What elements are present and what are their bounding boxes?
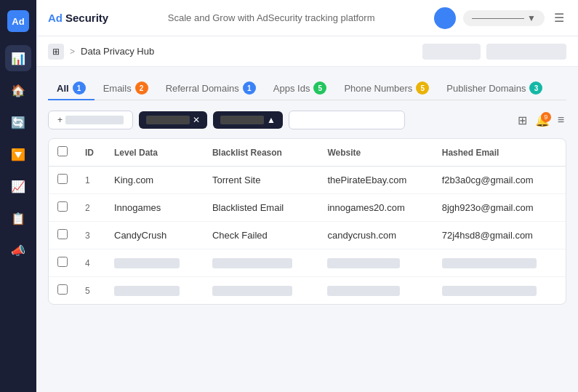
sidebar-item-filter[interactable]: 🔽	[5, 141, 31, 167]
row1-checkbox[interactable]	[57, 174, 68, 184]
subheader-pill-1	[422, 44, 481, 60]
brand: AdSecurity	[48, 12, 108, 24]
sidebar-item-dashboard[interactable]: 📊	[5, 45, 31, 71]
row4-blacklist-reason	[204, 249, 319, 277]
row3-level-data: CandyCrush	[105, 222, 204, 249]
table-row: 2 Innogames Blacklisted Email innogames2…	[49, 194, 566, 222]
tab-all[interactable]: All 1	[48, 77, 95, 100]
tabs-container: All 1 Emails 2 Referral Domains 1 Apps I…	[48, 77, 566, 100]
subheader: ⊞ > Data Privacy Hub	[36, 36, 578, 67]
tab-emails-label: Emails	[103, 83, 132, 94]
row2-id: 2	[76, 194, 105, 222]
table-row: 5	[49, 277, 566, 305]
sort-label	[220, 116, 264, 124]
row2-checkbox[interactable]	[57, 201, 68, 212]
toolbar: + ✕ ▲ 🔍 ⊞ 🔔 9 ≡	[48, 111, 566, 129]
row2-website: innogames20.com	[318, 194, 433, 222]
select-all-checkbox[interactable]	[57, 146, 68, 156]
sidebar-item-analytics[interactable]: 📈	[5, 173, 31, 199]
row5-level-data	[105, 277, 204, 305]
row4-hashed-email	[433, 249, 566, 277]
table-row: 3 CandyCrush Check Failed candycrush.com…	[49, 222, 566, 249]
row3-id: 3	[76, 222, 105, 249]
grid-view-button[interactable]: ⊞	[515, 111, 529, 129]
subheader-pill-2	[486, 44, 566, 60]
tab-apps-ids[interactable]: Apps Ids 5	[265, 77, 336, 100]
row3-website: candycrush.com	[318, 222, 433, 249]
avatar[interactable]	[434, 7, 456, 29]
row5-checkbox[interactable]	[57, 284, 68, 295]
tab-referral-label: Referral Domains	[166, 83, 239, 94]
main-content: AdSecurity Scale and Grow with AdSecurit…	[36, 0, 578, 392]
brand-ad: Ad	[48, 12, 63, 24]
tagline: Scale and Grow with AdSecurity tracking …	[168, 12, 375, 23]
row1-website: thePirateEbay.com	[318, 167, 433, 194]
row1-hashed-email: f2b3a0cg@gmail.com	[433, 167, 566, 194]
row5-id: 5	[76, 277, 105, 305]
row4-checkbox[interactable]	[57, 257, 68, 267]
header-level-data: Level Data	[105, 139, 204, 167]
row4-level-data	[105, 249, 204, 277]
sidebar-item-home[interactable]: 🏠	[5, 77, 31, 103]
tab-apps-label: Apps Ids	[273, 83, 310, 94]
table-row: 4	[49, 249, 566, 277]
sidebar-item-reports[interactable]: 📋	[5, 205, 31, 231]
row4-id: 4	[76, 249, 105, 277]
topnav-menu[interactable]: —————— ▼	[463, 10, 545, 26]
topnav-right: —————— ▼ ☰	[434, 7, 566, 29]
row2-level-data: Innogames	[105, 194, 204, 222]
table: ID Level Data Blacklist Reason Website H…	[49, 139, 566, 304]
search-input[interactable]	[289, 111, 405, 129]
row3-checkbox-cell	[49, 222, 76, 249]
tab-apps-badge: 5	[313, 81, 326, 95]
row2-hashed-email: 8jgh923o@gmail.com	[433, 194, 566, 222]
filter-button[interactable]: ✕	[139, 111, 207, 129]
sidebar-item-campaigns[interactable]: 📣	[5, 237, 31, 263]
tab-publisher-badge: 3	[529, 81, 542, 95]
list-view-button[interactable]: ≡	[555, 111, 566, 129]
menu-label: ——————	[472, 13, 524, 23]
add-icon: +	[57, 115, 63, 125]
tab-publisher-label: Publisher Domains	[446, 83, 526, 94]
add-button[interactable]: +	[48, 111, 133, 129]
sidebar-logo[interactable]: Ad	[7, 10, 29, 32]
tab-phone-badge: 5	[416, 81, 429, 95]
toolbar-right: ⊞ 🔔 9 ≡	[515, 111, 566, 129]
row2-blacklist-reason: Blacklisted Email	[204, 194, 319, 222]
table-header-row: ID Level Data Blacklist Reason Website H…	[49, 139, 566, 167]
sidebar-item-refresh[interactable]: 🔄	[5, 109, 31, 135]
tab-emails-badge: 2	[135, 81, 148, 95]
hamburger-menu-button[interactable]: ☰	[552, 9, 566, 27]
page-content: All 1 Emails 2 Referral Domains 1 Apps I…	[36, 67, 578, 392]
tab-all-label: All	[57, 83, 69, 94]
filter-label	[146, 116, 190, 124]
row3-hashed-email: 72j4hsd8@gmail.com	[433, 222, 566, 249]
header-id: ID	[76, 139, 105, 167]
notifications-badge: 9	[541, 112, 551, 122]
row5-checkbox-cell	[49, 277, 76, 305]
row5-blacklist-reason	[204, 277, 319, 305]
row5-website	[318, 277, 433, 305]
notifications-button[interactable]: 🔔 9	[535, 113, 550, 127]
row1-blacklist-reason: Torrent Site	[204, 167, 319, 194]
logo-text: Ad	[12, 16, 24, 27]
sort-button[interactable]: ▲	[213, 111, 283, 129]
search-wrapper: 🔍	[289, 111, 405, 129]
row5-hashed-email	[433, 277, 566, 305]
row3-checkbox[interactable]	[57, 229, 68, 239]
header-blacklist-reason: Blacklist Reason	[204, 139, 319, 167]
topnav-left: AdSecurity	[48, 12, 108, 24]
table-row: 1 King.com Torrent Site thePirateEbay.co…	[49, 167, 566, 194]
sort-icon: ▲	[267, 115, 276, 125]
tab-emails[interactable]: Emails 2	[95, 77, 157, 100]
tab-all-badge: 1	[73, 81, 86, 95]
tab-referral-domains[interactable]: Referral Domains 1	[157, 77, 265, 100]
filter-close-icon: ✕	[193, 115, 200, 125]
add-label	[65, 116, 124, 124]
data-table: ID Level Data Blacklist Reason Website H…	[48, 138, 566, 305]
row1-id: 1	[76, 167, 105, 194]
top-navigation: AdSecurity Scale and Grow with AdSecurit…	[36, 0, 578, 36]
tab-phone-label: Phone Numbers	[344, 83, 412, 94]
tab-publisher-domains[interactable]: Publisher Domains 3	[438, 77, 551, 100]
tab-phone-numbers[interactable]: Phone Numbers 5	[335, 77, 438, 100]
